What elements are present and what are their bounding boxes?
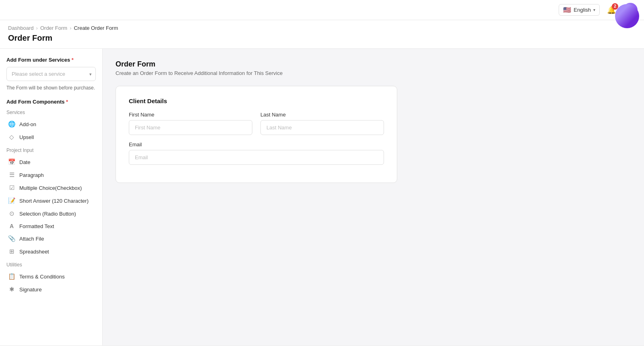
component-date[interactable]: 📅 Date: [6, 156, 96, 168]
breadcrumb: Dashboard › Order Form › Create Order Fo…: [8, 25, 636, 31]
component-paragraph-label: Paragraph: [19, 172, 44, 178]
service-select[interactable]: Please select a service: [6, 67, 96, 81]
topbar: 🇺🇸 English ▾ 🔔 2: [0, 0, 644, 20]
paragraph-icon: ☰: [8, 171, 15, 179]
component-date-label: Date: [19, 159, 30, 165]
bottom-bar: Cancel N → 💬: [0, 345, 644, 349]
first-name-input[interactable]: [129, 120, 252, 135]
radio-icon: ⊙: [8, 210, 15, 217]
signature-icon: ✱: [8, 286, 15, 293]
component-signature-label: Signature: [19, 287, 42, 293]
attach-file-icon: 📎: [8, 235, 15, 242]
service-select-wrapper: Please select a service ▾: [6, 67, 96, 81]
formatted-text-icon: A: [8, 223, 15, 229]
component-terms-label: Terms & Conditions: [19, 274, 65, 280]
terms-icon: 📋: [8, 273, 15, 280]
add-components-label: Add Form Components *: [6, 99, 96, 105]
component-signature[interactable]: ✱ Signature: [6, 283, 96, 296]
component-attach-file-label: Attach File: [19, 236, 44, 242]
main-layout: Add Form under Services * Please select …: [0, 49, 644, 345]
name-row: First Name Last Name: [129, 112, 384, 135]
breadcrumb-sep-1: ›: [36, 25, 38, 31]
component-upsell-label: Upsell: [19, 134, 34, 140]
component-addon[interactable]: 🌐 Add-on: [6, 118, 96, 131]
form-section-desc: Create an Order Form to Receive Addition…: [116, 70, 631, 76]
form-card: Client Details First Name Last Name Emai…: [116, 86, 397, 183]
first-name-label: First Name: [129, 112, 252, 118]
add-form-label: Add Form under Services *: [6, 57, 96, 63]
component-terms[interactable]: 📋 Terms & Conditions: [6, 270, 96, 283]
component-spreadsheet-label: Spreadsheet: [19, 249, 49, 255]
component-multiple-choice[interactable]: ☑ Multiple Choice(Checkbox): [6, 181, 96, 194]
language-selector[interactable]: 🇺🇸 English ▾: [559, 4, 600, 16]
client-details-title: Client Details: [129, 98, 384, 104]
sidebar: Add Form under Services * Please select …: [0, 49, 103, 345]
spreadsheet-icon: ⊞: [8, 248, 15, 255]
group-project-input-label: Project Input: [6, 147, 96, 153]
page-header: Dashboard › Order Form › Create Order Fo…: [0, 20, 644, 49]
component-upsell[interactable]: ◇ Upsell: [6, 131, 96, 143]
upsell-icon: ◇: [8, 133, 15, 141]
breadcrumb-dashboard[interactable]: Dashboard: [8, 25, 34, 31]
component-checkbox-label: Multiple Choice(Checkbox): [19, 185, 82, 191]
last-name-field: Last Name: [260, 112, 384, 135]
last-name-label: Last Name: [260, 112, 384, 118]
flag-icon: 🇺🇸: [563, 6, 571, 14]
component-radio-label: Selection (Radio Button): [19, 211, 76, 217]
last-name-input[interactable]: [260, 120, 384, 135]
date-icon: 📅: [8, 158, 15, 166]
addon-icon: 🌐: [8, 120, 15, 128]
component-addon-label: Add-on: [19, 121, 36, 127]
large-avatar[interactable]: [615, 4, 639, 28]
chevron-down-icon: ▾: [593, 8, 595, 12]
checkbox-icon: ☑: [8, 184, 15, 191]
email-input[interactable]: [129, 150, 384, 165]
email-row: Email: [129, 141, 384, 165]
component-attach-file[interactable]: 📎 Attach File: [6, 232, 96, 245]
email-field: Email: [129, 141, 384, 165]
component-short-answer[interactable]: 📝 Short Answer (120 Character): [6, 194, 96, 207]
component-formatted-text[interactable]: A Formatted Text: [6, 220, 96, 232]
component-paragraph[interactable]: ☰ Paragraph: [6, 168, 96, 181]
component-spreadsheet[interactable]: ⊞ Spreadsheet: [6, 245, 96, 258]
first-name-field: First Name: [129, 112, 252, 135]
group-utilities-label: Utilities: [6, 262, 96, 268]
form-note: The Form will be shown before purchase.: [6, 85, 96, 91]
component-formatted-text-label: Formatted Text: [19, 223, 54, 229]
email-label: Email: [129, 141, 384, 147]
breadcrumb-order-form[interactable]: Order Form: [40, 25, 67, 31]
short-answer-icon: 📝: [8, 197, 15, 204]
main-content: Order Form Create an Order Form to Recei…: [103, 49, 644, 345]
breadcrumb-create: Create Order Form: [74, 25, 118, 31]
breadcrumb-sep-2: ›: [70, 25, 71, 31]
group-services-label: Services: [6, 110, 96, 115]
required-star-2: *: [64, 99, 68, 105]
page-title: Order Form: [8, 33, 636, 43]
component-radio[interactable]: ⊙ Selection (Radio Button): [6, 207, 96, 220]
required-star-1: *: [70, 57, 74, 63]
form-section-title: Order Form: [116, 60, 631, 69]
component-short-answer-label: Short Answer (120 Character): [19, 198, 89, 204]
language-label: English: [574, 7, 591, 13]
